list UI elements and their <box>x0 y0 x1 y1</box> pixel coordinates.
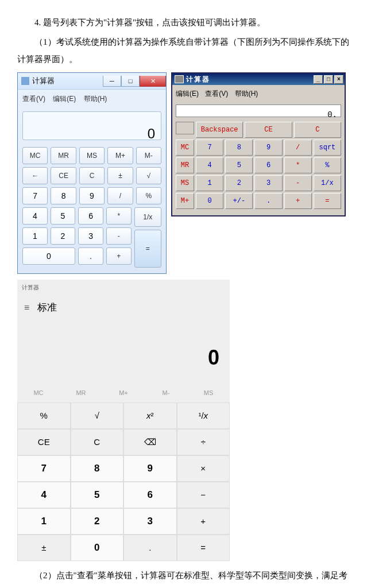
num-2[interactable]: 2 <box>51 227 76 245</box>
div-button[interactable]: / <box>107 187 133 204</box>
c-button[interactable]: C <box>294 122 341 138</box>
ce-button[interactable]: CE <box>245 122 292 138</box>
num-6[interactable]: 6 <box>78 207 103 225</box>
menu-view[interactable]: 查看(V) <box>22 95 45 103</box>
equals-button[interactable]: = <box>314 193 341 209</box>
titlebar: 计算器 _ □ × <box>172 74 345 85</box>
sub-button[interactable]: - <box>106 227 132 245</box>
num-9[interactable]: 9 <box>79 187 105 204</box>
add-button[interactable]: + <box>177 508 230 535</box>
close-button[interactable]: ✕ <box>140 76 166 87</box>
maximize-button[interactable]: □ <box>121 76 140 87</box>
back-button[interactable]: ← <box>22 167 48 184</box>
sqr-button[interactable]: x² <box>123 403 177 429</box>
close-button[interactable]: × <box>334 75 343 84</box>
num-1[interactable]: 1 <box>22 227 48 245</box>
num-0[interactable]: 0 <box>22 247 75 265</box>
menu-edit[interactable]: 编辑(E) <box>176 90 199 98</box>
sqrt-button[interactable]: sqrt <box>314 140 341 156</box>
neg-button[interactable]: +/- <box>225 193 253 209</box>
c-button[interactable]: C <box>79 167 105 184</box>
mminus-button[interactable]: M- <box>136 147 161 164</box>
num-9[interactable]: 9 <box>123 455 177 482</box>
calculator-winxp: 计算器 _ □ × 编辑(E) 查看(V) 帮助(H) 0. Backspace… <box>171 72 346 216</box>
minimize-button[interactable]: _ <box>314 75 323 84</box>
menu-edit[interactable]: 编辑(E) <box>53 95 76 103</box>
sub-button[interactable]: − <box>177 482 230 508</box>
dot-button[interactable]: . <box>123 535 177 561</box>
ce-button[interactable]: CE <box>51 167 76 184</box>
num-3[interactable]: 3 <box>78 227 103 245</box>
pct-button[interactable]: % <box>314 157 341 173</box>
sqrt-button[interactable]: √ <box>71 403 124 429</box>
hamburger-icon[interactable]: ≡ <box>24 299 29 317</box>
num-8[interactable]: 8 <box>51 187 76 204</box>
num-0[interactable]: 0 <box>196 193 223 209</box>
num-1[interactable]: 1 <box>196 175 223 191</box>
num-5[interactable]: 5 <box>51 207 76 225</box>
mminus-button[interactable]: M- <box>145 386 187 399</box>
num-8[interactable]: 8 <box>225 140 253 156</box>
paragraph-3: （2）点击"查看"菜单按钮，计算器可在标准型、科学型等不同类型间变换，满足考生不… <box>17 567 354 588</box>
mc-button[interactable]: MC <box>17 386 60 399</box>
mul-button[interactable]: * <box>106 207 132 225</box>
equals-button[interactable]: = <box>177 535 230 561</box>
num-3[interactable]: 3 <box>123 508 177 535</box>
menu-view[interactable]: 查看(V) <box>205 90 228 98</box>
num-8[interactable]: 8 <box>71 455 124 482</box>
mplus-button[interactable]: M+ <box>176 193 194 209</box>
pct-button[interactable]: % <box>17 403 71 429</box>
c-button[interactable]: C <box>71 429 124 455</box>
back-button[interactable]: ⌫ <box>123 429 177 455</box>
mul-button[interactable]: * <box>284 157 312 173</box>
sqrt-button[interactable]: √ <box>136 167 161 184</box>
recip-button[interactable]: 1/x <box>134 207 161 227</box>
num-4[interactable]: 4 <box>196 157 223 173</box>
add-button[interactable]: + <box>106 247 132 265</box>
mr-button[interactable]: MR <box>60 386 102 399</box>
num-4[interactable]: 4 <box>17 482 71 508</box>
num-9[interactable]: 9 <box>254 140 282 156</box>
num-6[interactable]: 6 <box>254 157 282 173</box>
recip-button[interactable]: 1/x <box>314 175 341 191</box>
neg-button[interactable]: ± <box>107 167 133 184</box>
equals-button[interactable]: = <box>134 230 161 268</box>
num-2[interactable]: 2 <box>225 175 253 191</box>
recip-button[interactable]: ¹/x <box>177 403 230 429</box>
num-0[interactable]: 0 <box>71 535 124 561</box>
maximize-button[interactable]: □ <box>324 75 333 84</box>
num-7[interactable]: 7 <box>22 187 48 204</box>
add-button[interactable]: + <box>284 193 312 209</box>
num-3[interactable]: 3 <box>254 175 282 191</box>
mc-button[interactable]: MC <box>22 147 48 164</box>
num-2[interactable]: 2 <box>71 508 124 535</box>
num-4[interactable]: 4 <box>22 207 48 225</box>
num-7[interactable]: 7 <box>196 140 223 156</box>
menu-help[interactable]: 帮助(H) <box>84 95 107 103</box>
num-1[interactable]: 1 <box>17 508 71 535</box>
mr-button[interactable]: MR <box>51 147 76 164</box>
ms-button[interactable]: MS <box>187 386 230 399</box>
neg-button[interactable]: ± <box>17 535 71 561</box>
mr-button[interactable]: MR <box>176 157 194 173</box>
mplus-button[interactable]: M+ <box>107 147 133 164</box>
div-button[interactable]: / <box>284 140 312 156</box>
menu-help[interactable]: 帮助(H) <box>235 90 258 98</box>
pct-button[interactable]: % <box>136 187 161 204</box>
div-button[interactable]: ÷ <box>177 429 230 455</box>
ms-button[interactable]: MS <box>79 147 105 164</box>
num-7[interactable]: 7 <box>17 455 71 482</box>
num-5[interactable]: 5 <box>71 482 124 508</box>
sub-button[interactable]: - <box>284 175 312 191</box>
ce-button[interactable]: CE <box>17 429 71 455</box>
dot-button[interactable]: . <box>78 247 103 265</box>
mplus-button[interactable]: M+ <box>102 386 145 399</box>
mul-button[interactable]: × <box>177 455 230 482</box>
dot-button[interactable]: . <box>254 193 282 209</box>
num-5[interactable]: 5 <box>225 157 253 173</box>
mc-button[interactable]: MC <box>176 140 194 156</box>
minimize-button[interactable]: ─ <box>103 76 121 87</box>
backspace-button[interactable]: Backspace <box>196 122 243 138</box>
num-6[interactable]: 6 <box>123 482 177 508</box>
ms-button[interactable]: MS <box>176 175 194 191</box>
